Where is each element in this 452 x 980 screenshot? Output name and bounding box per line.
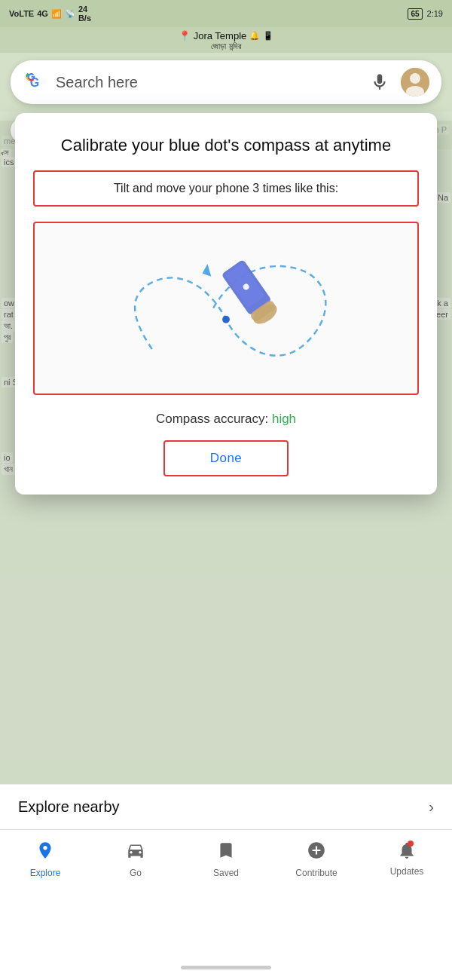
calibration-dialog: Calibrate your blue dot's compass at any… [15, 113, 437, 495]
dialog-title: Calibrate your blue dot's compass at any… [33, 134, 419, 157]
go-nav-label: Go [130, 868, 142, 878]
location-bar: 📍 Jora Temple 🔔 📱 জোড়া মন্দির [0, 27, 452, 53]
user-avatar[interactable] [401, 68, 429, 96]
google-logo-icon: G [23, 70, 47, 94]
go-nav-icon [126, 841, 145, 865]
accuracy-row: Compass accuracy: high [33, 412, 419, 427]
dialog-instruction-text: Tilt and move your phone 3 times like th… [45, 179, 407, 198]
nav-item-saved[interactable]: Saved [181, 841, 271, 878]
instruction-box: Tilt and move your phone 3 times like th… [33, 170, 419, 207]
location-name: 📍 Jora Temple 🔔 📱 [179, 30, 274, 41]
home-indicator [0, 966, 452, 980]
status-right: 65 2:19 [408, 8, 443, 20]
nav-item-contribute[interactable]: Contribute [271, 841, 362, 878]
updates-icon-wrap [397, 841, 417, 863]
battery-icon-small: 📱 [263, 31, 273, 41]
location-name-bengali: জোড়া মন্দির [179, 41, 274, 51]
saved-nav-icon [216, 841, 236, 865]
wifi-icon: 📡 [65, 9, 75, 19]
bottom-nav: Explore Go Saved Contri [0, 829, 452, 980]
status-bar: VoLTE 4G 📶 📡 24B/s 65 2:19 [0, 0, 452, 27]
signal-label: 4G [37, 9, 48, 18]
search-bar-wrapper: G Search here [0, 53, 452, 112]
carrier-label: VoLTE [9, 9, 34, 18]
notification-dot [408, 841, 414, 847]
nav-item-go[interactable]: Go [90, 841, 181, 878]
location-pin-icon: 📍 [179, 30, 191, 41]
battery-indicator: 65 [408, 8, 422, 20]
calibration-illustration [35, 223, 417, 394]
mic-icon[interactable] [368, 70, 392, 94]
explore-nav-label: Explore [30, 868, 61, 878]
accuracy-value: high [272, 412, 296, 426]
done-button[interactable]: Done [163, 440, 289, 476]
explore-nav-icon [35, 841, 55, 865]
nav-item-explore[interactable]: Explore [0, 841, 90, 878]
nav-items: Explore Go Saved Contri [0, 830, 452, 966]
nav-item-updates[interactable]: Updates [362, 841, 452, 877]
svg-point-3 [410, 73, 420, 84]
time-display: 2:19 [427, 9, 443, 18]
location-icon2: 🔔 [249, 31, 260, 41]
accuracy-label: Compass accuracy: [156, 412, 268, 426]
search-bar[interactable]: G Search here [11, 60, 441, 104]
home-bar [181, 966, 271, 969]
svg-point-10 [222, 316, 230, 323]
signal-bars: 📶 [51, 9, 62, 19]
svg-text:G: G [30, 76, 39, 89]
calibration-animation-box [33, 222, 419, 395]
explore-nearby-bar[interactable]: Explore nearby › [0, 784, 452, 829]
done-button-wrap: Done [33, 440, 419, 476]
status-left: VoLTE 4G 📶 📡 24B/s [9, 5, 91, 23]
contribute-nav-label: Contribute [295, 868, 337, 878]
contribute-nav-icon [307, 841, 326, 865]
search-input[interactable]: Search here [56, 74, 359, 91]
data-speed: 24B/s [78, 5, 91, 23]
saved-nav-label: Saved [213, 868, 239, 878]
explore-chevron-icon: › [429, 798, 434, 816]
updates-nav-label: Updates [390, 866, 424, 877]
explore-nearby-title: Explore nearby [18, 798, 120, 816]
